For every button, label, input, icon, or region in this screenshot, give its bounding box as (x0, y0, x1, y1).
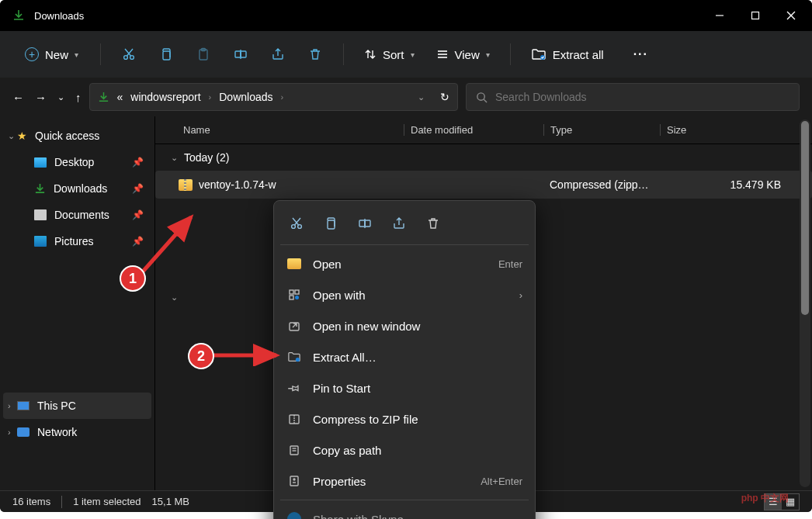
svg-rect-21 (359, 220, 365, 227)
properties-icon (286, 475, 302, 487)
svg-point-27 (295, 296, 299, 299)
close-button[interactable] (773, 0, 809, 31)
paste-button[interactable] (188, 39, 219, 70)
recent-button[interactable]: ⌄ (57, 92, 64, 102)
sidebar-item-downloads[interactable]: Downloads 📌 (3, 175, 151, 202)
ctx-delete-button[interactable] (426, 216, 440, 230)
svg-rect-10 (241, 51, 246, 57)
svg-point-36 (293, 479, 295, 480)
group-label: Today (2) (184, 151, 229, 164)
scroll-thumb[interactable] (801, 121, 809, 315)
ctx-open-new-window[interactable]: Open in new window (274, 310, 535, 341)
window-title: Downloads (34, 10, 702, 22)
ctx-label: Extract All… (313, 351, 377, 364)
extract-all-button[interactable]: Extract all (523, 39, 612, 70)
group-today[interactable]: ⌄ Today (2) (155, 144, 812, 171)
column-headers: Name Date modified Type Size (155, 116, 812, 144)
svg-point-4 (124, 56, 128, 60)
ctx-rename-button[interactable] (358, 216, 372, 230)
watermark: php 中文网 (741, 492, 789, 505)
ctx-shortcut: Alt+Enter (481, 476, 522, 487)
pin-icon: 📌 (132, 157, 144, 168)
sort-button[interactable]: Sort ▾ (356, 39, 422, 70)
svg-rect-24 (290, 290, 293, 294)
chevron-down-icon: ▾ (486, 50, 490, 59)
ctx-open-with[interactable]: Open with › (274, 279, 535, 310)
sidebar-item-desktop[interactable]: Desktop 📌 (3, 149, 151, 175)
ctx-label: Compress to ZIP file (313, 413, 418, 426)
search-input[interactable] (495, 91, 789, 103)
titlebar: Downloads (0, 0, 812, 31)
svg-rect-20 (328, 220, 335, 229)
pin-icon (286, 382, 302, 394)
svg-line-17 (484, 99, 487, 102)
sidebar-label: Quick access (35, 130, 99, 142)
new-button[interactable]: + New ▾ (16, 43, 88, 66)
ctx-label: Properties (313, 475, 366, 488)
crumb-1[interactable]: Downloads (219, 91, 272, 103)
ctx-copy-path[interactable]: Copy as path (274, 434, 535, 465)
extract-icon (531, 47, 547, 61)
address-dropdown[interactable]: ⌄ (418, 92, 425, 102)
col-size[interactable]: Size (660, 124, 812, 136)
zip-icon (286, 413, 302, 425)
new-label: New (45, 48, 68, 61)
rename-button[interactable] (225, 39, 256, 70)
sidebar-quick-access[interactable]: ⌄ ★ Quick access (3, 123, 151, 149)
ctx-copy-button[interactable] (324, 216, 338, 230)
refresh-button[interactable]: ↻ (440, 91, 449, 103)
file-name: ventoy-1.0.74-w (199, 178, 276, 191)
folder-icon (286, 258, 302, 269)
sidebar-network[interactable]: › Network (3, 419, 151, 445)
ctx-open[interactable]: Open Enter (274, 248, 535, 279)
sidebar-label: Downloads (54, 182, 107, 195)
col-date[interactable]: Date modified (404, 124, 543, 136)
status-size: 15,1 MB (152, 496, 189, 507)
chevron-down-icon: ⌄ (171, 153, 178, 163)
sidebar-this-pc[interactable]: › This PC (3, 393, 151, 419)
col-name[interactable]: Name (155, 124, 404, 136)
svg-rect-9 (235, 51, 241, 57)
view-button[interactable]: View ▾ (429, 39, 498, 70)
ctx-label: Open (313, 258, 342, 271)
address-row: ← → ⌄ ↑ « windowsreport › Downloads › ⌄ … (0, 78, 812, 116)
svg-point-16 (477, 92, 484, 99)
context-menu: Open Enter Open with › Open in new windo… (273, 200, 536, 519)
ctx-properties[interactable]: Properties Alt+Enter (274, 465, 535, 497)
address-bar[interactable]: « windowsreport › Downloads › ⌄ ↻ (89, 83, 459, 111)
copy-path-icon (286, 444, 302, 456)
ctx-label: Copy as path (313, 444, 381, 457)
share-button[interactable] (262, 39, 293, 70)
plus-icon: + (25, 47, 39, 61)
maximize-button[interactable] (737, 0, 773, 31)
delete-button[interactable] (300, 39, 331, 70)
cut-button[interactable] (113, 39, 144, 70)
new-window-icon (286, 320, 302, 332)
ctx-compress[interactable]: Compress to ZIP file (274, 403, 535, 434)
search-box[interactable] (466, 83, 800, 111)
minimize-button[interactable] (702, 0, 737, 31)
search-icon (476, 92, 488, 103)
ctx-label: Open in new window (313, 320, 420, 333)
more-button[interactable]: ··· (633, 47, 648, 61)
annotation-badge-1: 1 (120, 265, 146, 292)
ctx-extract-all[interactable]: Extract All… (274, 341, 535, 372)
svg-rect-1 (752, 12, 759, 19)
svg-rect-22 (365, 220, 370, 227)
copy-button[interactable] (151, 39, 182, 70)
ctx-pin-start[interactable]: Pin to Start (274, 372, 535, 403)
downloads-icon (34, 183, 46, 195)
up-button[interactable]: ↑ (75, 91, 82, 104)
file-row[interactable]: ventoy-1.0.74-w Compressed (zipp… 15.479… (155, 171, 812, 199)
col-type[interactable]: Type (543, 124, 660, 136)
chevron-right-icon: › (281, 92, 284, 102)
back-button[interactable]: ← (12, 91, 24, 104)
ctx-cut-button[interactable] (290, 216, 304, 230)
ctx-share-button[interactable] (392, 216, 406, 230)
crumb-0[interactable]: windowsreport (130, 91, 200, 103)
scrollbar[interactable] (800, 119, 810, 487)
zip-icon (179, 179, 193, 191)
sidebar-label: This PC (37, 400, 76, 412)
ctx-share-skype[interactable]: Share with Skype (274, 503, 535, 519)
forward-button[interactable]: → (35, 91, 47, 104)
